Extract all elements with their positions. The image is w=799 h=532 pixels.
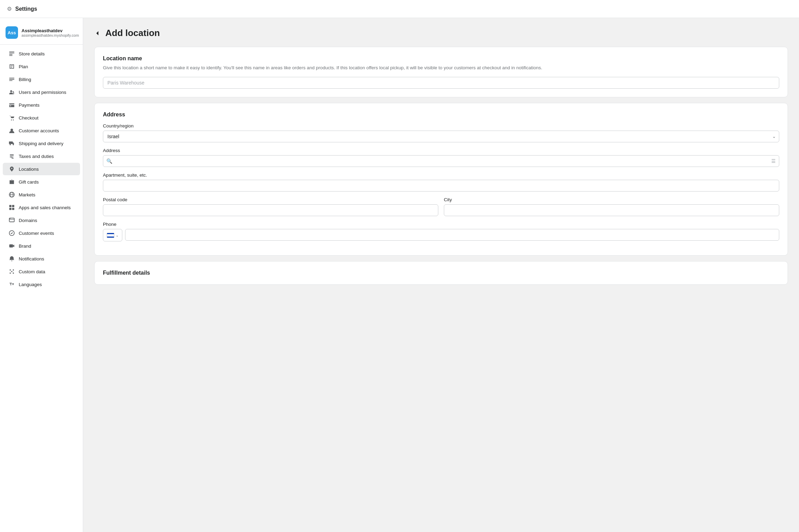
location-icon <box>8 166 15 172</box>
postal-group: Postal code <box>103 197 438 216</box>
sidebar-item-brand[interactable]: Brand <box>3 240 80 252</box>
svg-point-18 <box>10 269 11 271</box>
shipping-icon <box>8 140 15 147</box>
sidebar-item-notifications[interactable]: Notifications <box>3 252 80 265</box>
sidebar-item-payments[interactable]: Payments <box>3 99 80 111</box>
phone-label: Phone <box>103 222 779 227</box>
sidebar-item-shipping-delivery[interactable]: Shipping and delivery <box>3 137 80 150</box>
back-button[interactable] <box>94 30 101 37</box>
page-title: Add location <box>105 28 160 38</box>
country-select[interactable]: // Options injected by script below Afgh… <box>103 131 779 142</box>
sidebar-item-checkout[interactable]: Checkout <box>3 112 80 124</box>
sidebar-item-customer-events[interactable]: Customer events <box>3 227 80 239</box>
svg-point-21 <box>13 273 14 274</box>
sidebar-item-plan[interactable]: Plan <box>3 60 80 73</box>
svg-point-4 <box>10 144 11 145</box>
notifications-icon <box>8 255 15 262</box>
search-icon: 🔍 <box>106 158 112 164</box>
store-details-icon <box>8 50 15 57</box>
sidebar-item-users-permissions[interactable]: Users and permissions <box>3 86 80 98</box>
svg-rect-12 <box>12 208 14 210</box>
gift-cards-icon <box>8 178 15 185</box>
sidebar-item-label: Custom data <box>19 269 45 274</box>
sidebar-item-apps-sales-channels[interactable]: Apps and sales channels <box>3 201 80 214</box>
sidebar-item-label: Taxes and duties <box>19 154 54 159</box>
sidebar-item-label: Users and permissions <box>19 90 66 95</box>
fulfillment-title: Fulfillment details <box>103 270 779 276</box>
sidebar-item-label: Gift cards <box>19 179 39 185</box>
sidebar-item-store-details[interactable]: Store details <box>3 47 80 60</box>
sidebar-item-locations[interactable]: Locations <box>3 163 80 175</box>
phone-input-group: ⌄ <box>103 229 779 241</box>
sidebar-item-domains[interactable]: Domains <box>3 214 80 227</box>
sidebar-item-label: Store details <box>19 51 45 56</box>
sidebar-item-label: Customer events <box>19 231 54 236</box>
markets-icon <box>8 191 15 198</box>
address-group: Address 🔍 ☰ <box>103 148 779 167</box>
phone-country-select: ⌄ <box>103 229 122 241</box>
svg-rect-9 <box>9 205 11 207</box>
country-select-wrapper: // Options injected by script below Afgh… <box>103 131 779 142</box>
content-area: Add location Location name Give this loc… <box>83 18 799 532</box>
apartment-label: Apartment, suite, etc. <box>103 172 779 178</box>
custom-data-icon <box>8 268 15 275</box>
list-icon[interactable]: ☰ <box>771 158 776 164</box>
sidebar-item-custom-data[interactable]: Custom data <box>3 265 80 278</box>
city-input[interactable] <box>444 204 779 216</box>
svg-rect-17 <box>9 245 13 248</box>
svg-point-5 <box>13 144 14 145</box>
postal-input[interactable] <box>103 204 438 216</box>
address-label: Address <box>103 148 779 153</box>
svg-point-1 <box>11 119 12 121</box>
sidebar-item-label: Billing <box>19 77 31 82</box>
brand-icon <box>8 242 15 249</box>
sidebar-item-markets[interactable]: Markets <box>3 188 80 201</box>
sidebar-item-languages[interactable]: Languages <box>3 278 80 291</box>
customer-events-icon <box>8 230 15 237</box>
languages-icon <box>8 281 15 288</box>
sidebar-item-label: Locations <box>19 167 39 172</box>
sidebar: Ass Assimpleasthatdev assimpleasthatdev.… <box>0 18 83 532</box>
israel-flag <box>107 233 114 238</box>
customer-accounts-icon <box>8 127 15 134</box>
address-card: Address Country/region // Options inject… <box>94 103 788 256</box>
plan-icon <box>8 63 15 70</box>
location-name-input[interactable] <box>103 77 779 89</box>
domains-icon <box>8 217 15 224</box>
fulfillment-card: Fulfillment details <box>94 261 788 285</box>
sidebar-item-label: Notifications <box>19 256 44 261</box>
store-url: assimpleasthatdev.myshopify.com <box>21 33 79 37</box>
sidebar-item-gift-cards[interactable]: Gift cards <box>3 176 80 188</box>
postal-label: Postal code <box>103 197 438 202</box>
phone-input[interactable] <box>125 229 779 241</box>
sidebar-item-label: Languages <box>19 282 42 287</box>
sidebar-item-customer-accounts[interactable]: Customer accounts <box>3 124 80 137</box>
phone-flag-button[interactable]: ⌄ <box>103 229 122 241</box>
svg-point-19 <box>13 269 14 271</box>
apartment-group: Apartment, suite, etc. <box>103 172 779 192</box>
taxes-icon <box>8 153 15 160</box>
sidebar-item-taxes-duties[interactable]: Taxes and duties <box>3 150 80 162</box>
address-input[interactable] <box>103 155 779 167</box>
address-input-wrapper: 🔍 ☰ <box>103 155 779 167</box>
settings-icon: ⚙ <box>7 6 12 12</box>
address-section-title: Address <box>103 112 779 118</box>
city-group: City <box>444 197 779 216</box>
apartment-input[interactable] <box>103 180 779 192</box>
sidebar-item-label: Customer accounts <box>19 128 59 133</box>
svg-point-0 <box>10 90 12 92</box>
svg-point-2 <box>13 119 14 121</box>
store-name: Assimpleasthatdev <box>21 28 79 33</box>
sidebar-item-label: Domains <box>19 218 37 223</box>
sidebar-item-label: Apps and sales channels <box>19 205 71 210</box>
sidebar-item-billing[interactable]: Billing <box>3 73 80 86</box>
store-avatar: Ass <box>6 26 18 39</box>
sidebar-item-label: Plan <box>19 64 28 69</box>
phone-group: Phone ⌄ <box>103 222 779 241</box>
billing-icon <box>8 76 15 83</box>
postal-city-row: Postal code City <box>103 197 779 222</box>
location-name-card-description: Give this location a short name to make … <box>103 64 779 71</box>
store-header: Ass Assimpleasthatdev assimpleasthatdev.… <box>0 24 83 45</box>
checkout-icon <box>8 114 15 121</box>
sidebar-item-label: Markets <box>19 192 35 197</box>
